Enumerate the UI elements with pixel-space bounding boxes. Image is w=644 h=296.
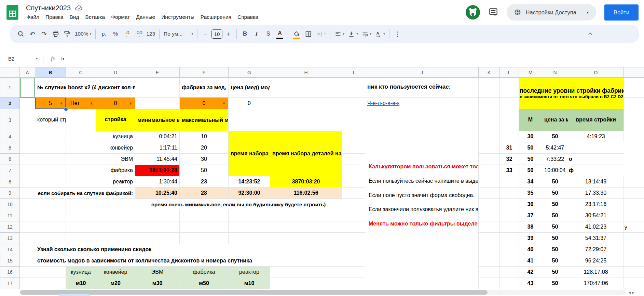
- cell-o8[interactable]: 13:14:49: [568, 176, 624, 188]
- cell-e3[interactable]: минимальное время стройки: [135, 109, 180, 131]
- row-header-10[interactable]: 10: [0, 199, 20, 210]
- cell-m11[interactable]: 37: [519, 210, 542, 221]
- share-dropdown-caret-icon[interactable]: ▾: [582, 10, 593, 15]
- cell-d6[interactable]: ЭВМ: [96, 154, 135, 165]
- cell-f5[interactable]: 20: [180, 142, 229, 154]
- cell-b14-label[interactable]: Узнай сколько сколько применино скидок: [35, 244, 270, 255]
- cell[interactable]: [500, 188, 519, 199]
- text-wrapping-button[interactable]: ▾: [360, 28, 373, 40]
- cell[interactable]: [500, 210, 519, 221]
- cell-o9[interactable]: 17:33:30: [568, 188, 624, 199]
- cell-o6[interactable]: 7:33:22: [542, 154, 568, 165]
- column-header-k[interactable]: K: [479, 67, 500, 78]
- decrease-font-size-button[interactable]: −: [200, 28, 211, 40]
- cell-m1-levels-title[interactable]: последние уровни стройки фабрики в завис…: [519, 78, 624, 109]
- cell-m17[interactable]: 43: [519, 278, 542, 289]
- cell-h8[interactable]: 3870:03:20: [270, 176, 342, 188]
- cell-o5[interactable]: 5:42:47: [542, 142, 568, 154]
- row-header-5[interactable]: 5: [0, 142, 20, 154]
- dropdown-arrow-icon[interactable]: ▼: [222, 101, 226, 105]
- cell-m13[interactable]: 39: [519, 233, 542, 244]
- menu-edit[interactable]: Правка: [42, 13, 66, 21]
- cell-m3[interactable]: М: [519, 109, 542, 131]
- cell-m14[interactable]: 40: [519, 244, 542, 255]
- cell[interactable]: [342, 244, 365, 255]
- borders-button[interactable]: [302, 28, 314, 40]
- column-header-c[interactable]: C: [66, 67, 96, 78]
- dropdown-arrow-icon[interactable]: ▼: [59, 101, 63, 105]
- cell[interactable]: [35, 233, 66, 244]
- sheet-tab-fragment[interactable]: [59, 294, 90, 296]
- cell[interactable]: [35, 154, 66, 165]
- cell-n14[interactable]: 50: [542, 244, 568, 255]
- menu-view[interactable]: Вид: [66, 13, 82, 21]
- cell-d16[interactable]: конвейер: [96, 267, 135, 278]
- cell[interactable]: [479, 188, 500, 199]
- cell[interactable]: [35, 221, 66, 233]
- cell-f17[interactable]: м50: [180, 278, 229, 289]
- cell-n3[interactable]: цена за мед: [542, 109, 568, 131]
- cell[interactable]: [96, 199, 135, 210]
- cell[interactable]: [342, 278, 365, 289]
- cell[interactable]: [96, 210, 135, 221]
- cell[interactable]: [479, 98, 500, 109]
- cell[interactable]: [500, 109, 519, 131]
- fill-color-button[interactable]: [291, 28, 302, 40]
- cell[interactable]: [180, 221, 229, 233]
- formula-input[interactable]: 5: [61, 55, 64, 62]
- column-header-i[interactable]: I: [342, 67, 365, 78]
- cell[interactable]: [20, 131, 35, 142]
- cell[interactable]: [66, 131, 96, 142]
- cell[interactable]: [35, 267, 66, 278]
- cell-n16[interactable]: 50: [542, 267, 568, 278]
- cell-e7-overload-time[interactable]: 3841:01:28: [135, 165, 180, 176]
- cell-e10-note[interactable]: время очень минимальное, если вы по буди…: [135, 199, 342, 210]
- column-header-g[interactable]: G: [229, 67, 270, 78]
- cell-p12-clipped[interactable]: у: [624, 221, 644, 233]
- cell[interactable]: [135, 233, 180, 244]
- cell-e4[interactable]: 0:04:21: [135, 131, 180, 142]
- cell-b1[interactable]: № спутника: [35, 78, 66, 98]
- cell[interactable]: [342, 176, 365, 188]
- cell-m5[interactable]: 31: [500, 142, 519, 154]
- cell[interactable]: [35, 142, 66, 154]
- share-settings-button[interactable]: Настройки Доступа ▾: [507, 4, 596, 21]
- cell-g16[interactable]: реактор: [229, 267, 270, 278]
- zoom-select[interactable]: 100% ▾: [73, 28, 93, 40]
- cell[interactable]: [479, 244, 500, 255]
- menu-help[interactable]: Справка: [234, 13, 261, 21]
- name-box[interactable]: B2 ▾: [0, 56, 41, 62]
- cell[interactable]: [270, 233, 342, 244]
- cell[interactable]: [270, 98, 342, 109]
- print-button[interactable]: [50, 28, 61, 40]
- comment-history-icon[interactable]: [488, 7, 498, 17]
- cell[interactable]: [135, 210, 180, 221]
- cell[interactable]: [135, 98, 180, 109]
- cell-n4[interactable]: 50: [542, 131, 568, 142]
- cell-d17[interactable]: м20: [96, 278, 135, 289]
- cell-o7[interactable]: 10:00:04: [542, 165, 568, 176]
- cell[interactable]: [20, 255, 35, 267]
- cell[interactable]: [342, 98, 365, 109]
- cell-a1-other-user-selection[interactable]: [20, 78, 35, 98]
- select-all-corner[interactable]: [0, 67, 20, 78]
- cell-f8[interactable]: 23: [180, 176, 229, 188]
- scroll-right-icon[interactable]: ▶: [632, 291, 636, 294]
- cell-g9[interactable]: 92:30:00: [229, 188, 270, 199]
- cell[interactable]: [229, 221, 270, 233]
- cell-o17[interactable]: 170:47:06: [568, 278, 624, 289]
- increase-font-size-button[interactable]: +: [222, 28, 234, 40]
- column-header-e[interactable]: E: [135, 67, 180, 78]
- merge-cells-button[interactable]: ▾: [314, 28, 328, 40]
- row-header-1[interactable]: 1: [0, 78, 20, 98]
- cell[interactable]: [624, 98, 644, 109]
- cell-c16[interactable]: кузница: [66, 267, 96, 278]
- cell-c2-boost-dropdown[interactable]: Нет ▼: [66, 98, 96, 109]
- cell[interactable]: [20, 278, 35, 289]
- cell[interactable]: [624, 188, 644, 199]
- cell-p7-clipped[interactable]: ф: [568, 165, 624, 176]
- cell-g8[interactable]: 14:23:52: [229, 176, 270, 188]
- cell[interactable]: [479, 131, 500, 142]
- cell[interactable]: [500, 98, 519, 109]
- more-toolbar-button[interactable]: ⋮: [392, 28, 403, 40]
